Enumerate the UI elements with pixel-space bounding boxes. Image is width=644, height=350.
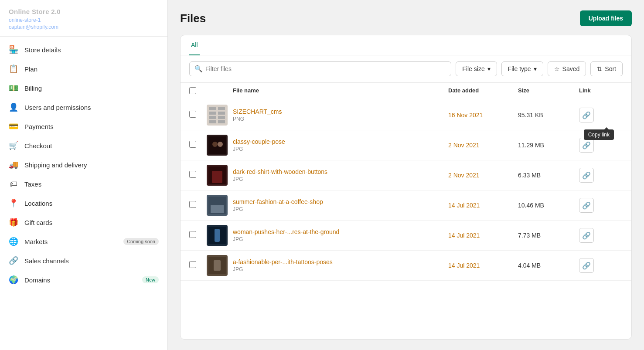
file-thumbnail-0 bbox=[207, 105, 228, 126]
file-thumbnail-3 bbox=[207, 195, 228, 216]
header-size: Size bbox=[518, 87, 579, 95]
sidebar-item-gift-cards[interactable]: 🎁 Gift cards bbox=[0, 213, 167, 232]
svg-rect-7 bbox=[218, 120, 225, 123]
sidebar-item-checkout[interactable]: 🛒 Checkout bbox=[0, 136, 167, 155]
file-name-1: classy-couple-pose bbox=[233, 138, 448, 145]
file-date-3: 14 Jul 2021 bbox=[448, 202, 518, 209]
sidebar-item-domains[interactable]: 🌍 Domains New bbox=[0, 270, 167, 289]
search-wrapper: 🔍 bbox=[189, 61, 451, 76]
sidebar-label-store-details: Store details bbox=[24, 46, 159, 54]
file-size-chevron-icon: ▾ bbox=[487, 65, 491, 72]
users-and-permissions-icon: 👤 bbox=[9, 102, 18, 112]
file-table: File name Date added Size Link SIZECHART… bbox=[181, 83, 631, 339]
saved-button[interactable]: ☆ Saved bbox=[548, 61, 586, 76]
row-select-1[interactable] bbox=[189, 141, 196, 148]
svg-rect-6 bbox=[209, 120, 216, 123]
svg-rect-18 bbox=[214, 260, 221, 271]
file-thumbnail-2 bbox=[207, 165, 228, 186]
sidebar-item-sales-channels[interactable]: 🔗 Sales channels bbox=[0, 251, 167, 270]
sort-icon: ⇅ bbox=[597, 65, 602, 72]
sidebar-label-markets: Markets bbox=[24, 238, 117, 245]
file-type-chevron-icon: ▾ bbox=[534, 65, 537, 72]
copy-link-button-4[interactable]: 🔗 bbox=[579, 228, 594, 243]
checkout-icon: 🛒 bbox=[9, 141, 18, 150]
toolbar: 🔍 File size ▾ File type ▾ ☆ Saved ⇅ Sort bbox=[181, 55, 631, 83]
file-size-3: 10.46 MB bbox=[518, 202, 579, 209]
file-size-filter[interactable]: File size ▾ bbox=[456, 61, 497, 76]
sidebar-item-users-and-permissions[interactable]: 👤 Users and permissions bbox=[0, 98, 167, 117]
sidebar-label-plan: Plan bbox=[24, 65, 159, 73]
file-size-5: 4.04 MB bbox=[518, 262, 579, 269]
copy-link-button-3[interactable]: 🔗 bbox=[579, 198, 594, 213]
sidebar-item-payments[interactable]: 💳 Payments bbox=[0, 117, 167, 136]
taxes-icon: 🏷 bbox=[9, 179, 18, 189]
table-row: dark-red-shirt-with-wooden-buttons JPG 2… bbox=[181, 160, 631, 190]
sidebar-label-taxes: Taxes bbox=[24, 180, 159, 188]
row-checkbox-1 bbox=[189, 141, 207, 150]
sidebar-label-payments: Payments bbox=[24, 123, 159, 130]
sidebar-item-billing[interactable]: 💵 Billing bbox=[0, 78, 167, 98]
row-select-5[interactable] bbox=[189, 261, 196, 268]
sidebar-item-store-details[interactable]: 🏪 Store details bbox=[0, 40, 167, 59]
file-ext-2: JPG bbox=[233, 176, 448, 182]
copy-link-button-5[interactable]: 🔗 bbox=[579, 258, 594, 273]
file-date-1: 2 Nov 2021 bbox=[448, 142, 518, 149]
store-details-icon: 🏪 bbox=[9, 45, 18, 54]
page-title: Files bbox=[180, 12, 206, 25]
store-url: online-store-1 bbox=[9, 17, 159, 23]
table-row: woman-pushes-her-...res-at-the-ground JP… bbox=[181, 221, 631, 251]
file-type-filter[interactable]: File type ▾ bbox=[501, 61, 543, 76]
sidebar-label-gift-cards: Gift cards bbox=[24, 219, 159, 226]
search-input[interactable] bbox=[189, 61, 451, 76]
sidebar-item-markets[interactable]: 🌐 Markets Coming soon bbox=[0, 232, 167, 251]
locations-icon: 📍 bbox=[9, 198, 18, 208]
copy-link-button-0[interactable]: 🔗 bbox=[579, 108, 594, 122]
file-size-label: File size bbox=[462, 65, 484, 72]
svg-rect-4 bbox=[209, 116, 216, 119]
svg-rect-5 bbox=[218, 116, 225, 119]
sidebar-label-locations: Locations bbox=[24, 200, 159, 207]
row-select-3[interactable] bbox=[189, 201, 196, 208]
payments-icon: 💳 bbox=[9, 122, 18, 131]
row-checkbox-2 bbox=[189, 171, 207, 180]
header-thumb bbox=[207, 87, 233, 95]
header-link: Link bbox=[579, 87, 623, 95]
file-info-3: summer-fashion-at-a-coffee-shop JPG bbox=[233, 198, 448, 212]
sidebar-nav: 🏪 Store details 📋 Plan 💵 Billing 👤 Users… bbox=[0, 37, 167, 293]
file-name-5: a-fashionable-per-...ith-tattoos-poses bbox=[233, 258, 448, 265]
file-thumbnail-5 bbox=[207, 255, 228, 276]
markets-icon: 🌐 bbox=[9, 237, 18, 246]
table-header: File name Date added Size Link bbox=[181, 83, 631, 100]
link-cell-4: 🔗 bbox=[579, 228, 623, 243]
sidebar-item-plan[interactable]: 📋 Plan bbox=[0, 59, 167, 78]
row-checkbox-3 bbox=[189, 201, 207, 210]
row-select-0[interactable] bbox=[189, 111, 196, 118]
sidebar-item-locations[interactable]: 📍 Locations bbox=[0, 194, 167, 213]
copy-link-button-2[interactable]: 🔗 bbox=[579, 168, 594, 183]
sidebar-item-taxes[interactable]: 🏷 Taxes bbox=[0, 174, 167, 194]
link-cell-2: 🔗 bbox=[579, 168, 623, 183]
copy-tooltip-0: Copy link bbox=[584, 129, 614, 140]
row-select-4[interactable] bbox=[189, 231, 196, 238]
file-size-1: 11.29 MB bbox=[518, 142, 579, 149]
svg-rect-2 bbox=[209, 112, 216, 115]
copy-link-button-1[interactable]: 🔗 bbox=[579, 138, 594, 153]
badge-markets: Coming soon bbox=[123, 238, 159, 245]
tab-all[interactable]: All bbox=[189, 35, 200, 55]
file-date-0: 16 Nov 2021 bbox=[448, 112, 518, 119]
file-ext-1: JPG bbox=[233, 146, 448, 152]
row-select-2[interactable] bbox=[189, 171, 196, 178]
select-all-checkbox[interactable] bbox=[189, 87, 196, 94]
file-info-5: a-fashionable-per-...ith-tattoos-poses J… bbox=[233, 258, 448, 272]
link-cell-5: 🔗 bbox=[579, 258, 623, 273]
row-checkbox-0 bbox=[189, 111, 207, 119]
table-row: summer-fashion-at-a-coffee-shop JPG 14 J… bbox=[181, 190, 631, 221]
plan-icon: 📋 bbox=[9, 64, 18, 74]
sidebar-label-shipping-and-delivery: Shipping and delivery bbox=[24, 161, 159, 169]
sort-label: Sort bbox=[605, 65, 616, 72]
upload-files-button[interactable]: Upload files bbox=[580, 10, 632, 26]
row-checkbox-5 bbox=[189, 261, 207, 270]
sidebar-item-shipping-and-delivery[interactable]: 🚚 Shipping and delivery bbox=[0, 155, 167, 174]
domains-icon: 🌍 bbox=[9, 275, 18, 285]
sort-button[interactable]: ⇅ Sort bbox=[590, 61, 623, 76]
